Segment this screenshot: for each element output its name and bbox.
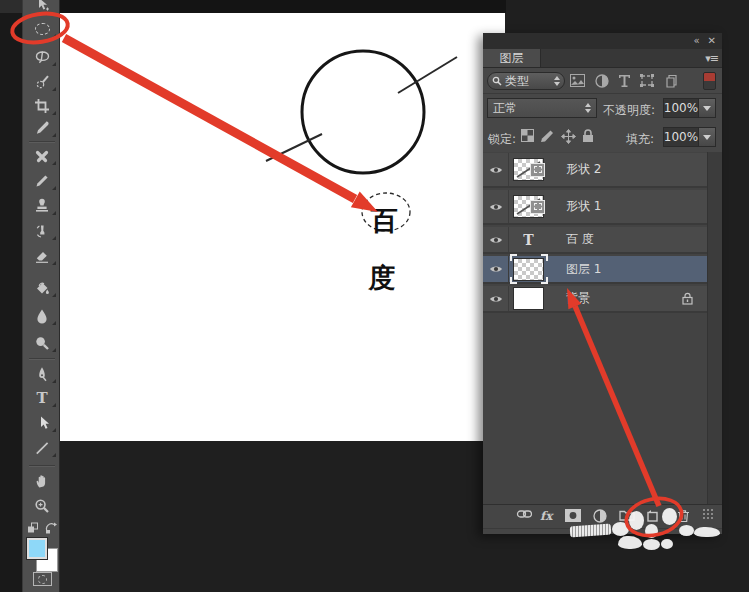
panel-scroll-gutter[interactable] xyxy=(707,152,722,504)
new-layer-button[interactable] xyxy=(645,509,658,522)
move-tool[interactable] xyxy=(23,0,60,16)
opacity-label: 不透明度: xyxy=(603,102,655,119)
panel-resize-grip[interactable] xyxy=(703,509,713,519)
visibility-toggle[interactable] xyxy=(483,190,509,223)
watermark xyxy=(612,522,629,536)
eye-icon xyxy=(489,202,503,212)
layer-styles-button[interactable]: fx xyxy=(540,509,552,523)
quick-mask-mode-button[interactable] xyxy=(33,572,52,586)
zoom-tool[interactable] xyxy=(23,495,60,517)
blend-mode-dropdown[interactable]: 正常 xyxy=(487,98,597,118)
smart-object-filter-icon[interactable] xyxy=(665,74,678,88)
layer-name[interactable]: 百 度 xyxy=(566,231,594,248)
layer-name[interactable]: 背景 xyxy=(566,290,590,307)
layer-name[interactable]: 形状 2 xyxy=(566,161,601,178)
layer-thumbnail[interactable] xyxy=(513,287,557,311)
layer-thumbnail[interactable] xyxy=(513,257,557,281)
layer-row-background[interactable]: 背景 xyxy=(483,286,707,313)
switch-colors[interactable] xyxy=(42,517,60,539)
lock-position-icon[interactable] xyxy=(561,129,576,144)
default-colors[interactable] xyxy=(23,517,42,539)
adjustment-layer-filter-icon[interactable] xyxy=(595,74,609,88)
close-panel-icon[interactable]: ✕ xyxy=(708,36,716,46)
lock-transparent-pixels-icon[interactable] xyxy=(521,129,534,142)
dropdown-spinner-icon xyxy=(554,76,560,86)
visibility-toggle[interactable] xyxy=(483,227,509,252)
search-icon xyxy=(492,76,502,86)
layer-row-layer1-selected[interactable]: 图层 1 xyxy=(483,256,707,284)
blend-mode-value: 正常 xyxy=(493,100,585,117)
layer-filter-row: 类型 xyxy=(483,68,722,94)
blur-tool[interactable] xyxy=(23,305,60,327)
tab-layers[interactable]: 图层 xyxy=(483,49,541,67)
layer-row-text[interactable]: T 百 度 xyxy=(483,227,707,254)
line-tool[interactable] xyxy=(23,437,60,459)
elliptical-marquee-tool[interactable] xyxy=(23,18,60,40)
panel-menu-icon[interactable]: ▾≡ xyxy=(705,49,718,68)
hand-tool[interactable] xyxy=(23,470,60,492)
filter-toggle-switch[interactable] xyxy=(703,72,716,90)
blend-mode-row: 正常 不透明度: 100% xyxy=(483,94,722,123)
layer-lock-icon xyxy=(682,292,693,305)
type-tool-icon: T xyxy=(36,391,47,406)
fill-dropdown-button[interactable] xyxy=(698,127,716,147)
lasso-tool[interactable] xyxy=(23,46,60,68)
drawn-line-shape-2 xyxy=(398,57,457,93)
lock-all-icon[interactable] xyxy=(582,129,594,143)
opacity-value[interactable]: 100% xyxy=(663,98,699,118)
watermark xyxy=(694,527,720,537)
collapse-panels-icon[interactable]: « xyxy=(693,36,699,46)
fill-label: 填充: xyxy=(626,131,654,148)
watermark xyxy=(662,508,677,525)
chevron-down-icon xyxy=(703,106,711,111)
brush-tool[interactable] xyxy=(23,170,60,192)
watermark xyxy=(643,539,660,550)
photoshop-window: 百 度 xyxy=(0,0,749,592)
visibility-toggle[interactable] xyxy=(483,153,509,186)
new-adjustment-layer-button[interactable] xyxy=(593,509,607,523)
eyedropper-tool[interactable] xyxy=(23,117,60,139)
delete-layer-button[interactable] xyxy=(677,509,690,523)
layer-name[interactable]: 图层 1 xyxy=(566,261,601,278)
app-background-corner xyxy=(0,0,22,13)
eraser-tool[interactable] xyxy=(23,245,60,267)
canvas-text-bai: 百 xyxy=(371,205,398,236)
type-tool[interactable]: T xyxy=(23,387,60,409)
watermark xyxy=(618,536,642,549)
shape-layer-filter-icon[interactable] xyxy=(640,74,654,87)
layer-name[interactable]: 形状 1 xyxy=(566,198,601,215)
selection-bracket xyxy=(541,254,548,261)
foreground-color-swatch[interactable] xyxy=(26,537,48,560)
selection-bracket xyxy=(510,277,517,284)
fill-value[interactable]: 100% xyxy=(663,127,699,147)
add-layer-mask-button[interactable] xyxy=(565,509,581,522)
crop-tool[interactable] xyxy=(23,95,60,117)
history-brush-tool[interactable] xyxy=(23,220,60,242)
chevron-down-icon xyxy=(703,135,711,140)
panel-titlebar: « ✕ xyxy=(483,33,722,49)
lock-image-pixels-icon[interactable] xyxy=(540,129,555,143)
layer-thumbnail[interactable]: T xyxy=(513,228,557,252)
link-layers-button[interactable] xyxy=(516,509,532,519)
dodge-tool[interactable] xyxy=(23,332,60,354)
layer-thumbnail[interactable] xyxy=(513,158,557,182)
document-canvas[interactable]: 百 度 xyxy=(60,13,505,441)
type-layer-filter-icon[interactable] xyxy=(618,74,631,87)
paint-bucket-tool[interactable] xyxy=(23,277,60,299)
text-layer-thumb: T xyxy=(513,232,544,248)
visibility-toggle[interactable] xyxy=(483,286,509,311)
healing-brush-tool[interactable] xyxy=(23,145,60,167)
visibility-toggle[interactable] xyxy=(483,256,509,282)
watermark xyxy=(661,539,673,549)
opacity-dropdown-button[interactable] xyxy=(698,98,716,118)
layer-thumbnail[interactable] xyxy=(513,195,557,219)
path-selection-tool[interactable] xyxy=(23,412,60,434)
quick-selection-tool[interactable] xyxy=(23,71,60,93)
layer-row-shape1[interactable]: 形状 1 xyxy=(483,190,707,225)
pixel-layer-filter-icon[interactable] xyxy=(570,74,585,87)
clone-stamp-tool[interactable] xyxy=(23,195,60,217)
watermark xyxy=(679,525,694,536)
filter-type-dropdown[interactable]: 类型 xyxy=(487,72,565,90)
pen-tool[interactable] xyxy=(23,363,60,385)
layer-row-shape2[interactable]: 形状 2 xyxy=(483,153,707,188)
